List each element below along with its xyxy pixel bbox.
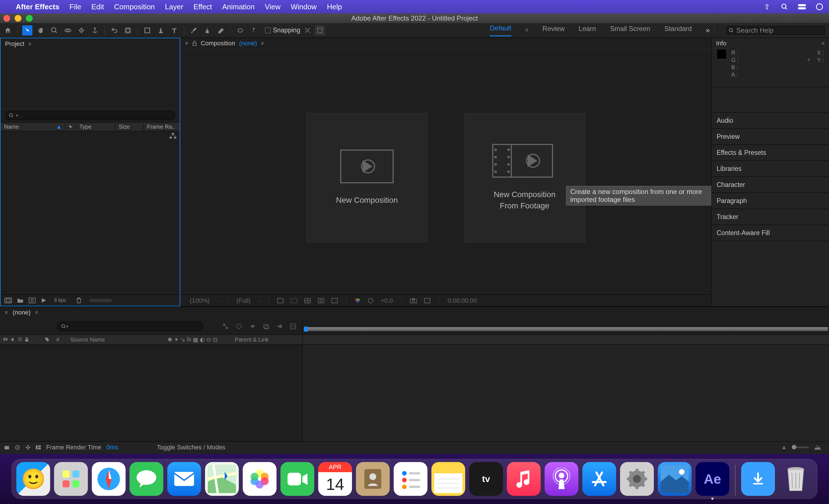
dock-contacts[interactable]: [356, 462, 390, 496]
tl-footer-icon-3[interactable]: [25, 445, 30, 450]
workspace-learn[interactable]: Learn: [579, 25, 596, 36]
workspace-review[interactable]: Review: [542, 25, 565, 36]
orbit-tool[interactable]: [63, 25, 73, 35]
toggle-switches-button[interactable]: Toggle Switches / Modes: [157, 444, 225, 451]
new-composition-from-footage-button[interactable]: New CompositionFrom Footage: [464, 113, 585, 243]
dock-wallpaper-app[interactable]: [658, 462, 692, 496]
new-comp-icon[interactable]: [29, 298, 35, 303]
dock-podcasts[interactable]: [545, 462, 578, 496]
menu-effect[interactable]: Effect: [193, 3, 212, 11]
motionblur-icon[interactable]: [275, 322, 284, 331]
menu-edit[interactable]: Edit: [92, 3, 104, 11]
paragraph-panel[interactable]: Paragraph: [712, 192, 829, 209]
workspace-default[interactable]: Default: [490, 24, 511, 36]
dock-photos[interactable]: [243, 462, 277, 496]
effects-presets-panel[interactable]: Effects & Presets: [712, 144, 829, 161]
info-panel-title[interactable]: Info: [716, 40, 726, 47]
undo-arrow-tool[interactable]: [109, 25, 119, 35]
workspace-standard[interactable]: Standard: [664, 25, 692, 36]
zoom-out-icon[interactable]: ▲: [781, 444, 787, 451]
minimize-window-button[interactable]: [15, 15, 22, 22]
dock-maps[interactable]: [205, 462, 239, 496]
dock-finder[interactable]: 🙂: [16, 462, 50, 496]
dock-messages[interactable]: [130, 462, 163, 496]
project-item-list[interactable]: [1, 131, 180, 294]
home-tool[interactable]: [3, 25, 13, 35]
workspace-small-screen[interactable]: Small Screen: [610, 25, 650, 36]
label-col[interactable]: [45, 337, 56, 342]
spotlight-icon[interactable]: [781, 3, 788, 11]
flowchart-icon[interactable]: [170, 133, 176, 139]
selection-tool[interactable]: [22, 25, 32, 35]
source-name-col[interactable]: Source Name: [68, 336, 156, 343]
libraries-panel[interactable]: Libraries: [712, 160, 829, 177]
rotate-tool[interactable]: [76, 25, 86, 35]
comp-resolution-dropdown[interactable]: (Full): [237, 297, 251, 304]
comp-timecode[interactable]: 0:00:00:00: [447, 297, 477, 304]
time-ruler[interactable]: [303, 334, 829, 345]
zoom-tool[interactable]: [49, 25, 60, 35]
control-center-icon[interactable]: [798, 3, 806, 11]
parent-link-col[interactable]: Parent & Link: [229, 336, 302, 343]
comp-exposure-value[interactable]: +0.0: [381, 297, 393, 304]
zoom-in-icon[interactable]: ⛰: [814, 443, 821, 452]
workspace-overflow-icon[interactable]: »: [706, 26, 710, 35]
dock-notes[interactable]: [431, 462, 465, 496]
timeline-zoom-slider[interactable]: [792, 446, 809, 448]
new-composition-button[interactable]: New Composition: [307, 113, 427, 243]
brush-tool[interactable]: [189, 25, 199, 35]
comp-footer-icon-1[interactable]: [277, 298, 284, 303]
character-panel[interactable]: Character: [712, 177, 829, 193]
switches-col[interactable]: ✱✦↘fx▦◐⊙⊡: [156, 336, 229, 343]
dock-system-preferences[interactable]: [620, 462, 654, 496]
menu-window[interactable]: Window: [291, 3, 317, 11]
dock-after-effects[interactable]: Ae: [695, 462, 729, 496]
pen-tool[interactable]: [156, 25, 166, 35]
col-framerate[interactable]: Frame Ra..: [144, 123, 180, 130]
delete-icon[interactable]: [76, 297, 82, 303]
tl-footer-icon-2[interactable]: [15, 445, 20, 450]
status-icon-1[interactable]: ⇪: [763, 3, 771, 11]
tl-footer-icon-1[interactable]: [4, 445, 9, 450]
col-tag[interactable]: [65, 124, 76, 129]
eraser-tool[interactable]: [216, 25, 226, 35]
info-panel-menu-icon[interactable]: ≡: [821, 41, 825, 46]
timeline-tab-label[interactable]: (none): [13, 309, 31, 316]
puppet-tool[interactable]: [249, 25, 259, 35]
roto-tool[interactable]: [235, 25, 245, 35]
snapping-checkbox[interactable]: [265, 28, 271, 33]
comp-panel-title[interactable]: Composition: [201, 40, 235, 47]
snap-option-2[interactable]: [315, 25, 325, 35]
snap-option-1[interactable]: [302, 25, 313, 35]
project-panel-menu-icon[interactable]: ≡: [28, 41, 31, 47]
project-search-input[interactable]: ▾: [5, 111, 175, 120]
menu-layer[interactable]: Layer: [165, 3, 183, 11]
interpret-footage-icon[interactable]: [4, 298, 12, 303]
dock-downloads[interactable]: [741, 462, 775, 496]
workspace-default-menu-icon[interactable]: ≡: [526, 27, 529, 33]
mask-tool[interactable]: [123, 25, 133, 35]
col-type[interactable]: Type: [76, 123, 115, 130]
shy-icon[interactable]: [248, 322, 257, 331]
comp-color-mgmt-icon[interactable]: [355, 298, 360, 303]
comp-footer-icon-2[interactable]: [291, 298, 297, 303]
hand-tool[interactable]: [36, 25, 46, 35]
dock-calendar[interactable]: APR 14: [318, 462, 352, 496]
comp-panel-menu-icon[interactable]: ≡: [261, 41, 264, 46]
solo-col-icon[interactable]: [18, 337, 22, 342]
timeline-layers-list[interactable]: [0, 345, 302, 441]
preview-panel[interactable]: Preview: [712, 129, 829, 145]
search-help-input[interactable]: Search Help: [725, 25, 826, 36]
content-aware-fill-panel[interactable]: Content-Aware Fill: [712, 225, 829, 241]
time-navigator[interactable]: [304, 327, 828, 331]
time-playhead[interactable]: [304, 327, 308, 332]
dock-trash[interactable]: [779, 462, 813, 496]
visibility-col-icon[interactable]: [3, 337, 8, 342]
dock-appletv[interactable]: tv: [469, 462, 503, 496]
siri-icon[interactable]: [816, 3, 823, 11]
close-window-button[interactable]: [3, 15, 10, 22]
col-size[interactable]: Size: [115, 123, 144, 130]
comp-res-chevron-icon[interactable]: ⌵: [258, 298, 260, 303]
dock-safari[interactable]: [92, 462, 125, 496]
timeline-tab-close-icon[interactable]: ×: [4, 309, 8, 316]
